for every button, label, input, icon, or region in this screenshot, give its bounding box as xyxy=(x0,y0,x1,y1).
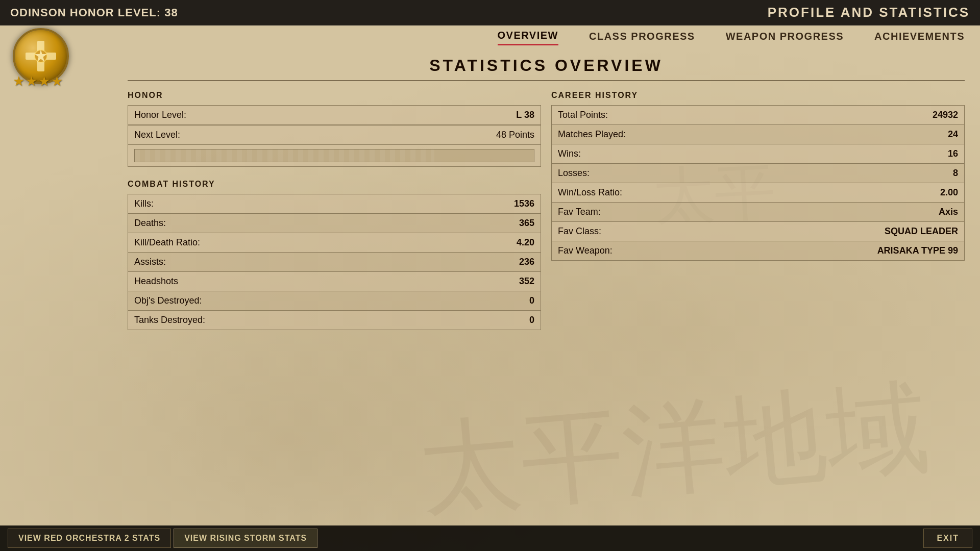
tanks-label: Tanks Destroyed: xyxy=(128,311,424,330)
kills-label: Kills: xyxy=(128,194,424,214)
tab-achievements[interactable]: ACHIEVEMENTS xyxy=(874,31,965,45)
headshots-value: 352 xyxy=(424,272,541,291)
fav-class-label: Fav Class: xyxy=(552,222,743,241)
honor-level-value-cell: L 38 xyxy=(408,106,541,125)
losses-row: Losses: 8 xyxy=(552,164,965,183)
fav-team-row: Fav Team: Axis xyxy=(552,203,965,222)
fav-team-value: Axis xyxy=(743,203,965,222)
nav-tabs: OVERVIEW CLASS PROGRESS WEAPON PROGRESS … xyxy=(498,30,965,45)
next-level-points: 48 Points xyxy=(496,130,534,140)
fav-team-label: Fav Team: xyxy=(552,203,743,222)
main-content: STATISTICS OVERVIEW HONOR Honor Level: L… xyxy=(128,56,965,520)
progress-bar-row xyxy=(128,144,541,167)
honor-level-label: Odinson Honor Level: xyxy=(10,6,161,19)
objs-row: Obj's Destroyed: 0 xyxy=(128,291,541,311)
total-points-row: Total Points: 24932 xyxy=(552,106,965,125)
honor-section-header: HONOR xyxy=(128,91,541,100)
objs-label: Obj's Destroyed: xyxy=(128,291,424,311)
wl-ratio-value: 2.00 xyxy=(743,183,965,203)
left-column: HONOR Honor Level: L 38 Next Level: 48 P… xyxy=(128,91,541,330)
star-3: ★ xyxy=(38,73,50,89)
next-level-label-row: Next Level: 48 Points xyxy=(128,125,541,144)
matches-row: Matches Played: 24 xyxy=(552,125,965,144)
tab-overview[interactable]: OVERVIEW xyxy=(498,30,558,45)
kd-label: Kill/Death Ratio: xyxy=(128,233,424,253)
honor-level-value: 38 xyxy=(164,6,178,19)
headshots-row: Headshots 352 xyxy=(128,272,541,291)
page-title: PROFILE AND STATISTICS xyxy=(768,5,970,20)
star-2: ★ xyxy=(26,73,37,89)
deaths-value: 365 xyxy=(424,214,541,233)
fav-class-value: SQUAD LEADER xyxy=(743,222,965,241)
bottom-bar: View Red Orchestra 2 Stats View Rising S… xyxy=(0,525,980,551)
tab-class-progress[interactable]: CLASS PROGRESS xyxy=(589,31,695,45)
wins-label: Wins: xyxy=(552,144,743,164)
view-rising-storm-stats-button[interactable]: View Rising Storm Stats xyxy=(174,529,317,548)
fav-weapon-value: ARISAKA TYPE 99 xyxy=(743,241,965,261)
tanks-row: Tanks Destroyed: 0 xyxy=(128,311,541,330)
fav-weapon-label: Fav Weapon: xyxy=(552,241,743,261)
exit-button[interactable]: EXIT xyxy=(923,529,972,548)
view-ro2-stats-button[interactable]: View Red Orchestra 2 Stats xyxy=(8,529,171,548)
next-level-section: Next Level: 48 Points xyxy=(128,125,541,167)
avatar-container: ★ ★ ★ ★ xyxy=(10,28,77,107)
assists-value: 236 xyxy=(424,253,541,272)
wl-ratio-row: Win/Loss Ratio: 2.00 xyxy=(552,183,965,203)
star-1: ★ xyxy=(13,73,24,89)
progress-bar-bg xyxy=(134,149,534,162)
wins-row: Wins: 16 xyxy=(552,144,965,164)
matches-value: 24 xyxy=(743,125,965,144)
tab-weapon-progress[interactable]: WEAPON PROGRESS xyxy=(726,31,844,45)
next-level-label: Next Level: xyxy=(134,130,180,140)
kills-value: 1536 xyxy=(424,194,541,214)
objs-value: 0 xyxy=(424,291,541,311)
right-column: CAREER HISTORY Total Points: 24932 Match… xyxy=(551,91,965,330)
losses-value: 8 xyxy=(743,164,965,183)
assists-row: Assists: 236 xyxy=(128,253,541,272)
deaths-label: Deaths: xyxy=(128,214,424,233)
top-bar: Odinson Honor Level: 38 PROFILE AND STAT… xyxy=(0,0,980,26)
wins-value: 16 xyxy=(743,144,965,164)
career-section-header: CAREER HISTORY xyxy=(551,91,965,100)
fav-weapon-row: Fav Weapon: ARISAKA TYPE 99 xyxy=(552,241,965,261)
kd-row: Kill/Death Ratio: 4.20 xyxy=(128,233,541,253)
career-table: Total Points: 24932 Matches Played: 24 W… xyxy=(551,105,965,261)
combat-table: Kills: 1536 Deaths: 365 Kill/Death Ratio… xyxy=(128,194,541,330)
losses-label: Losses: xyxy=(552,164,743,183)
total-points-label: Total Points: xyxy=(552,106,743,125)
progress-bar-fill xyxy=(135,149,434,162)
assists-label: Assists: xyxy=(128,253,424,272)
tanks-value: 0 xyxy=(424,311,541,330)
kills-row: Kills: 1536 xyxy=(128,194,541,214)
content-grid: HONOR Honor Level: L 38 Next Level: 48 P… xyxy=(128,91,965,330)
combat-section-header: COMBAT HISTORY xyxy=(128,180,541,189)
star-4: ★ xyxy=(51,73,63,89)
headshots-label: Headshots xyxy=(128,272,424,291)
kd-value: 4.20 xyxy=(424,233,541,253)
honor-table: Honor Level: L 38 xyxy=(128,105,541,125)
matches-label: Matches Played: xyxy=(552,125,743,144)
fav-class-row: Fav Class: SQUAD LEADER xyxy=(552,222,965,241)
wl-ratio-label: Win/Loss Ratio: xyxy=(552,183,743,203)
medal-emblem xyxy=(23,38,59,74)
deaths-row: Deaths: 365 xyxy=(128,214,541,233)
medal: ★ ★ ★ ★ xyxy=(10,28,71,89)
stars-row: ★ ★ ★ ★ xyxy=(13,73,63,89)
honor-level-display: Odinson Honor Level: 38 xyxy=(10,6,178,19)
statistics-overview-title: STATISTICS OVERVIEW xyxy=(128,56,965,81)
honor-level-row: Honor Level: L 38 xyxy=(128,106,541,125)
total-points-value: 24932 xyxy=(743,106,965,125)
honor-level-label-cell: Honor Level: xyxy=(128,106,408,125)
